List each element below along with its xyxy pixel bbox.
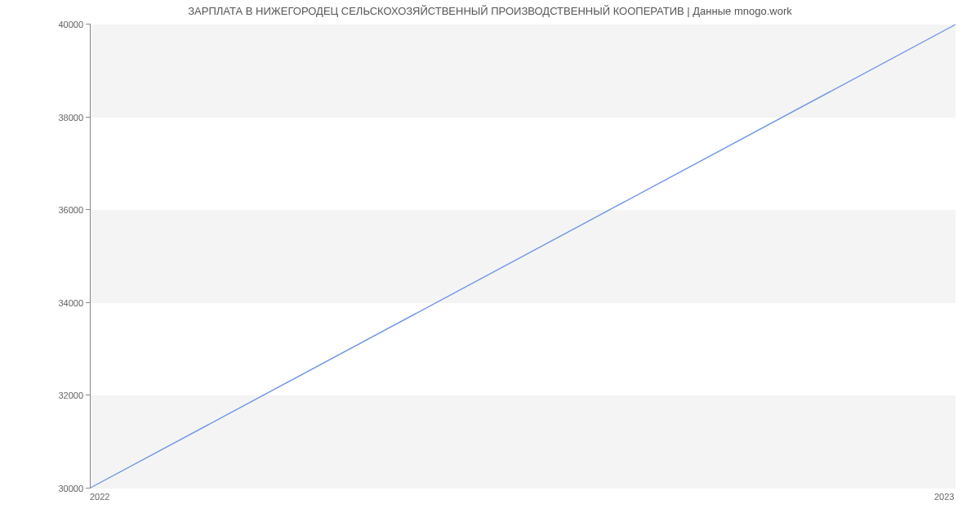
y-tick-label: 34000 <box>18 298 83 308</box>
plot-area <box>90 25 956 489</box>
y-tick-label: 36000 <box>18 205 83 215</box>
y-tick-label: 32000 <box>18 390 83 400</box>
y-tick <box>86 488 91 489</box>
series-svg <box>91 25 956 488</box>
line-chart: ЗАРПЛАТА В НИЖЕГОРОДЕЦ СЕЛЬСКОХОЗЯЙСТВЕН… <box>0 0 980 531</box>
y-tick-label: 40000 <box>18 20 83 29</box>
x-tick-label: 2022 <box>90 492 109 502</box>
chart-title: ЗАРПЛАТА В НИЖЕГОРОДЕЦ СЕЛЬСКОХОЗЯЙСТВЕН… <box>0 5 980 17</box>
y-tick-label: 30000 <box>18 484 83 493</box>
x-tick-label: 2023 <box>934 492 954 502</box>
y-tick-label: 38000 <box>18 113 83 123</box>
series-line <box>91 25 956 488</box>
